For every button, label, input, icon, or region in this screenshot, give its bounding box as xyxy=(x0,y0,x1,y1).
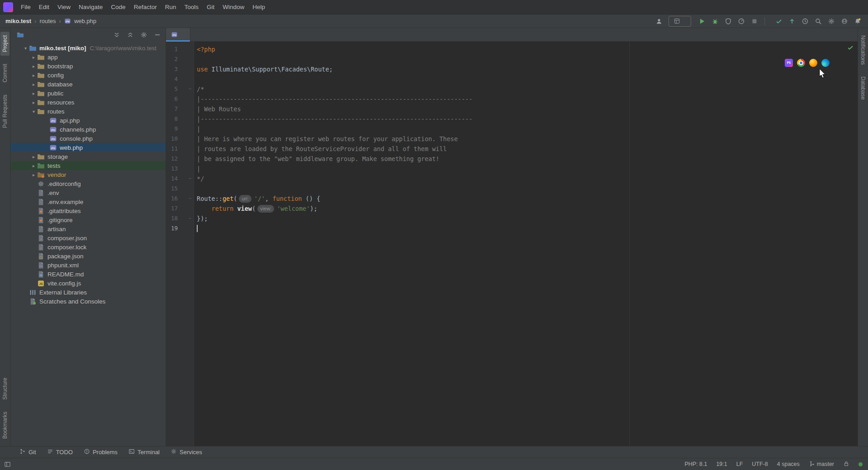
tree-item-api-php[interactable]: phpapi.php xyxy=(10,116,166,125)
update-project-button[interactable] xyxy=(773,16,785,27)
tree-item-miko-test-miko[interactable]: ▾miko.test [miko]C:\laragon\www\miko.tes… xyxy=(10,43,166,52)
tree-item-routes[interactable]: ▾routes xyxy=(10,107,166,116)
notifications-bell-icon[interactable] xyxy=(851,16,863,27)
menu-git[interactable]: Git xyxy=(203,1,218,13)
line-number[interactable]: 11 xyxy=(166,144,178,154)
toolwindow-button-commit[interactable]: Commit xyxy=(0,60,9,86)
tree-item-app[interactable]: ▸app xyxy=(10,52,166,62)
panel-settings-icon[interactable] xyxy=(139,30,148,39)
status-indent-style[interactable]: 4 spaces xyxy=(777,461,800,467)
toolwindow-button-todo[interactable]: TODO xyxy=(43,447,77,457)
minimize-button[interactable] xyxy=(806,0,826,14)
status-line-separator[interactable]: LF xyxy=(736,461,743,467)
git-branch-widget[interactable]: master xyxy=(809,461,834,468)
tree-item-tests[interactable]: ▸tests xyxy=(10,161,166,170)
line-number[interactable]: 13 xyxy=(166,164,178,174)
search-everywhere-button[interactable] xyxy=(812,16,824,27)
push-button[interactable] xyxy=(786,16,798,27)
tree-item-storage[interactable]: ▸storage xyxy=(10,152,166,161)
tree-item-channels-php[interactable]: phpchannels.php xyxy=(10,125,166,134)
breadcrumb-miko-test[interactable]: miko.test xyxy=(5,18,31,24)
tree-item-scratches-and-consoles[interactable]: Scratches and Consoles xyxy=(10,297,166,306)
toolwindow-button-notifications[interactable]: Notifications xyxy=(859,32,868,68)
tree-item-package-json[interactable]: { }package.json xyxy=(10,252,166,261)
tree-item-database[interactable]: ▸database xyxy=(10,80,166,89)
menu-code[interactable]: Code xyxy=(107,1,129,13)
breadcrumb-routes[interactable]: routes xyxy=(39,18,56,24)
fold-marker[interactable]: − xyxy=(186,214,194,223)
lock-icon[interactable] xyxy=(843,461,849,468)
menu-help[interactable]: Help xyxy=(248,1,269,13)
tree-item-vendor[interactable]: ▸vendor xyxy=(10,170,166,179)
run-button[interactable] xyxy=(696,16,708,27)
toolwindow-button-project[interactable]: Project xyxy=(0,32,9,56)
tree-item-gitattributes[interactable]: .gitattributes xyxy=(10,206,166,215)
line-number[interactable]: 3 xyxy=(166,64,178,74)
menu-window[interactable]: Window xyxy=(218,1,248,13)
breadcrumb-web-php[interactable]: web.php xyxy=(74,18,96,24)
status-caret-position[interactable]: 19:1 xyxy=(716,461,727,467)
line-number[interactable]: 12 xyxy=(166,154,178,164)
coverage-button[interactable] xyxy=(722,16,734,27)
toolwindow-button-problems[interactable]: Problems xyxy=(80,447,122,457)
menu-run[interactable]: Run xyxy=(161,1,180,13)
hide-panel-button[interactable] xyxy=(153,30,162,39)
firefox-browser-icon[interactable] xyxy=(809,59,817,67)
menu-tools[interactable]: Tools xyxy=(180,1,203,13)
tree-item-public[interactable]: ▸public xyxy=(10,89,166,98)
code-editor[interactable]: 12345−67891011121314−1516−1718−19 <?phpu… xyxy=(166,42,858,446)
tree-item-env-example[interactable]: .env.example xyxy=(10,197,166,206)
line-number[interactable]: 6 xyxy=(166,94,178,104)
tree-item-phpunit-xml[interactable]: <>phpunit.xml xyxy=(10,261,166,270)
toolwindow-button-terminal[interactable]: Terminal xyxy=(124,447,164,457)
tree-item-editorconfig[interactable]: .editorconfig xyxy=(10,179,166,188)
select-opened-file-button[interactable] xyxy=(112,30,121,39)
tree-item-composer-lock[interactable]: ♪composer.lock xyxy=(10,242,166,252)
tree-item-readme-md[interactable]: MREADME.md xyxy=(10,270,166,279)
menu-file[interactable]: File xyxy=(17,1,35,13)
line-number[interactable]: 8 xyxy=(166,114,178,124)
line-number[interactable]: 5 xyxy=(166,84,178,94)
settings-button[interactable] xyxy=(825,16,837,27)
toolwindow-button-database[interactable]: Database xyxy=(859,73,868,103)
tab-web-php[interactable]: php xyxy=(166,28,190,42)
line-number[interactable]: 4 xyxy=(166,74,178,84)
tree-item-config[interactable]: ▸config xyxy=(10,71,166,80)
run-configuration-select[interactable] xyxy=(669,16,691,27)
history-button[interactable] xyxy=(799,16,811,27)
line-number[interactable]: 19 xyxy=(166,223,178,233)
phpstorm-browser-icon[interactable]: PS xyxy=(785,59,793,67)
status-php-version[interactable]: PHP: 8.1 xyxy=(684,461,707,467)
menu-refactor[interactable]: Refactor xyxy=(130,1,161,13)
collapse-all-button[interactable] xyxy=(126,30,135,39)
line-number[interactable]: 9 xyxy=(166,124,178,134)
inspections-ok-icon[interactable] xyxy=(847,44,854,51)
tree-item-gitignore[interactable]: .gitignore xyxy=(10,215,166,224)
toolwindow-button-git[interactable]: Git xyxy=(15,447,40,457)
line-number[interactable]: 14 xyxy=(166,174,178,184)
line-number[interactable]: 15 xyxy=(166,184,178,194)
tree-item-console-php[interactable]: phpconsole.php xyxy=(10,134,166,143)
toolwindow-button-bookmarks[interactable]: Bookmarks xyxy=(0,408,9,442)
status-file-encoding[interactable]: UTF-8 xyxy=(752,461,768,467)
fold-marker[interactable]: − xyxy=(186,84,194,94)
line-number[interactable]: 10 xyxy=(166,134,178,144)
tree-item-env[interactable]: .env xyxy=(10,188,166,197)
editor-code-surface[interactable]: <?phpuse Illuminate\Support\Facades\Rout… xyxy=(194,42,858,446)
menu-navigate[interactable]: Navigate xyxy=(75,1,107,13)
profiler-button[interactable] xyxy=(735,16,747,27)
stop-button[interactable] xyxy=(748,16,760,27)
menu-edit[interactable]: Edit xyxy=(35,1,53,13)
menu-view[interactable]: View xyxy=(53,1,75,13)
code-with-me-icon[interactable] xyxy=(653,16,665,27)
edge-browser-icon[interactable] xyxy=(821,59,830,67)
chrome-browser-icon[interactable] xyxy=(797,59,805,67)
line-number[interactable]: 16 xyxy=(166,194,178,204)
line-number[interactable]: 17 xyxy=(166,204,178,214)
tree-item-bootstrap[interactable]: ▸bootstrap xyxy=(10,62,166,71)
line-number[interactable]: 7 xyxy=(166,104,178,114)
fold-marker[interactable]: − xyxy=(186,174,194,184)
tree-item-external-libraries[interactable]: External Libraries xyxy=(10,288,166,297)
toolwindow-button-pull-requests[interactable]: Pull Requests xyxy=(0,91,9,132)
line-number[interactable]: 18 xyxy=(166,214,178,223)
